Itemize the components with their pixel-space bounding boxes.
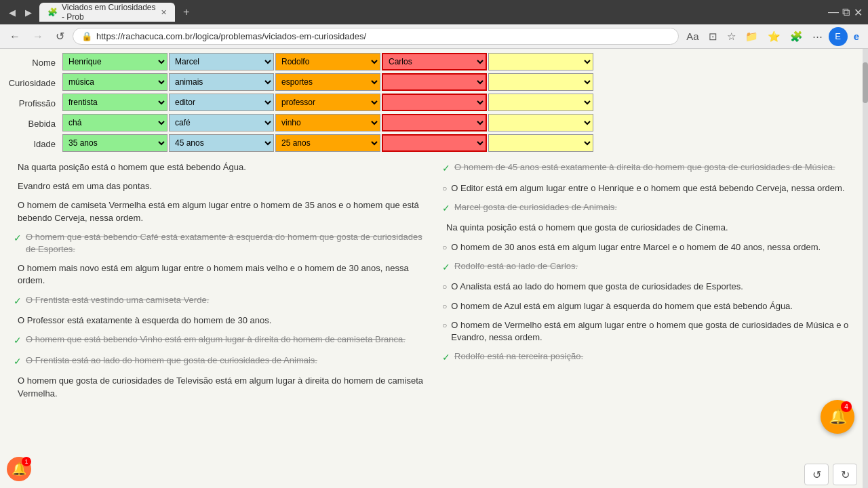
notification-badge: 4 [841, 401, 852, 412]
idade-col4[interactable] [382, 134, 487, 152]
clue-right-text-4: Na quinta posição está o homem que gosta… [446, 222, 728, 234]
bottom-bar: ↺ ↻ [804, 464, 857, 485]
idade-col3[interactable]: 25 anos [275, 134, 380, 152]
edge-icon[interactable]: e [850, 27, 863, 46]
nome-col3[interactable]: Rodolfo [275, 53, 380, 70]
idade-select-4[interactable] [382, 134, 487, 152]
scrollbar-thumb[interactable] [863, 62, 868, 103]
profissao-col5[interactable] [488, 94, 593, 111]
curiosidade-col3[interactable]: esportes [275, 73, 380, 91]
profissao-select-1[interactable]: frentista [62, 94, 167, 111]
clues-right: ✓ O homem de 45 anos está exatamente à d… [434, 156, 868, 488]
clues-container: Na quarta posição está o homem que está … [0, 156, 868, 488]
nome-col2[interactable]: Marcel [169, 53, 274, 70]
profissao-col4[interactable] [382, 94, 487, 111]
tab-back-icon[interactable]: ◀ [5, 6, 19, 19]
profissao-col1[interactable]: frentista [62, 94, 167, 111]
curiosidade-col4[interactable] [382, 73, 487, 91]
bebida-col4[interactable] [382, 114, 487, 131]
nome-select-3[interactable]: Rodolfo [275, 53, 380, 70]
curiosidade-select-1[interactable]: música [62, 73, 167, 91]
profile-button[interactable]: E [829, 27, 848, 46]
bebida-select-5[interactable] [488, 114, 593, 131]
clue-text-6: O Frentista está vestindo uma camiseta V… [26, 294, 209, 306]
nome-select-4[interactable]: Carlos [382, 53, 487, 70]
idade-col1[interactable]: 35 anos [62, 134, 167, 152]
url-text: https://rachacuca.com.br/logica/problema… [96, 31, 366, 41]
address-bar[interactable]: 🔒 https://rachacuca.com.br/logica/proble… [73, 28, 679, 45]
profissao-select-5[interactable] [488, 94, 593, 111]
idade-select-2[interactable]: 45 anos [169, 134, 274, 152]
idade-col2[interactable]: 45 anos [169, 134, 274, 152]
curiosidade-col5[interactable] [488, 73, 593, 91]
tab-close-icon[interactable]: ✕ [161, 8, 167, 17]
collections-button[interactable]: 📁 [742, 27, 762, 46]
clue-right-5: ○ O homem de 30 anos está em algum lugar… [442, 241, 860, 253]
nome-col5[interactable] [488, 53, 593, 70]
bottom-left-badge: 1 [22, 457, 31, 466]
bebida-col3[interactable]: vinho [275, 114, 380, 131]
undo-button[interactable]: ↺ [804, 464, 829, 485]
clue-icon-6: ✓ [14, 295, 22, 308]
active-tab[interactable]: 🧩 Viciados em Curiosidades - Prob ✕ [39, 3, 175, 22]
idade-select-1[interactable]: 35 anos [62, 134, 167, 152]
bookmark-button[interactable]: ☆ [724, 27, 739, 46]
profissao-select-2[interactable]: editor [169, 94, 274, 111]
bottom-left-notification[interactable]: 🔔 1 [7, 457, 31, 481]
idade-col5[interactable] [488, 134, 593, 152]
settings-button[interactable]: ⋯ [809, 27, 826, 46]
minimize-button[interactable]: — [829, 7, 838, 17]
reload-button[interactable]: ↺ [52, 28, 68, 44]
clue-right-icon-2: ○ [442, 183, 447, 195]
nav-bar: ← → ↺ 🔒 https://rachacuca.com.br/logica/… [0, 24, 868, 49]
clue-right-icon-3: ✓ [442, 202, 450, 216]
extensions-button[interactable]: 🧩 [787, 27, 806, 46]
redo-button[interactable]: ↻ [833, 464, 857, 485]
clue-right-4: Na quinta posição está o homem que gosta… [442, 222, 860, 234]
bebida-col5[interactable] [488, 114, 593, 131]
curiosidade-select-5[interactable] [488, 73, 593, 91]
bebida-col2[interactable]: café [169, 114, 274, 131]
profissao-col3[interactable]: professor [275, 94, 380, 111]
profissao-col2[interactable]: editor [169, 94, 274, 111]
scrollbar[interactable] [863, 49, 868, 488]
row-label-bebida: Bebida [7, 114, 61, 133]
back-button[interactable]: ← [5, 29, 24, 44]
pip-button[interactable]: ⊡ [705, 27, 721, 46]
forward-button[interactable]: → [28, 29, 47, 44]
curiosidade-select-3[interactable]: esportes [275, 73, 380, 91]
row-label-nome: Nome [7, 53, 61, 72]
bebida-select-4[interactable] [382, 114, 487, 131]
nome-select-1[interactable]: Henrique [62, 53, 167, 70]
profissao-select-3[interactable]: professor [275, 94, 380, 111]
bebida-select-2[interactable]: café [169, 114, 274, 131]
notification-bell[interactable]: 🔔 4 [821, 400, 854, 434]
browser-chrome: ◀ ▶ 🧩 Viciados em Curiosidades - Prob ✕ … [0, 0, 868, 24]
reader-mode-button[interactable]: Aa [683, 27, 702, 46]
tab-forward-icon[interactable]: ▶ [22, 6, 35, 19]
profissao-select-4[interactable] [382, 94, 487, 111]
new-tab-button[interactable]: + [179, 5, 193, 20]
clue-text-8: O homem que está bebendo Vinho está em a… [26, 333, 406, 346]
idade-select-5[interactable] [488, 134, 593, 152]
curiosidade-col1[interactable]: música [62, 73, 167, 91]
bebida-select-1[interactable]: chá [62, 114, 167, 131]
bebida-col1[interactable]: chá [62, 114, 167, 131]
clue-left-6: ✓ O Frentista está vestindo uma camiseta… [14, 294, 426, 308]
clue-right-icon-5: ○ [442, 242, 447, 253]
bebida-select-3[interactable]: vinho [275, 114, 380, 131]
page-content: Nome Henrique Marcel Rodolfo Carlos Curi… [0, 49, 868, 488]
maximize-button[interactable]: ⧉ [841, 7, 850, 17]
clue-right-icon-9: ○ [442, 320, 447, 331]
nome-col1[interactable]: Henrique [62, 53, 167, 70]
nome-select-2[interactable]: Marcel [169, 53, 274, 70]
nome-col4[interactable]: Carlos [382, 53, 487, 70]
curiosidade-col2[interactable]: animais [169, 73, 274, 91]
clue-icon-4: ✓ [14, 232, 22, 245]
curiosidade-select-4[interactable] [382, 73, 487, 91]
nome-select-5[interactable] [488, 53, 593, 70]
curiosidade-select-2[interactable]: animais [169, 73, 274, 91]
idade-select-3[interactable]: 25 anos [275, 134, 380, 152]
favorites-button[interactable]: ⭐ [764, 27, 784, 46]
close-button[interactable]: ✕ [853, 7, 863, 17]
